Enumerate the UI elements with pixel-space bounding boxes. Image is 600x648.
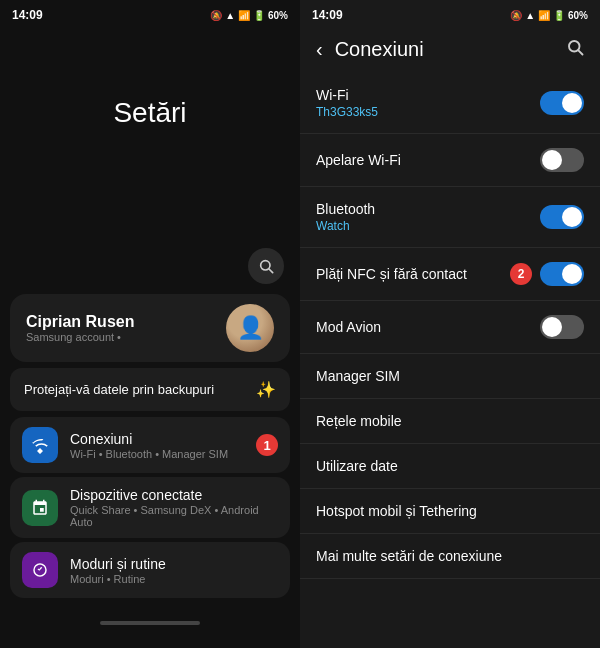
nfc-badge: 2 [510,263,532,285]
menu-item-conexiuni[interactable]: Conexiuni Wi-Fi • Bluetooth • Manager SI… [10,417,290,473]
nfc-toggle[interactable] [540,262,584,286]
moduri-title: Moduri și rutine [70,556,278,572]
bluetooth-toggle[interactable] [540,205,584,229]
right-wifi-icon: ▲ [525,10,535,21]
search-button[interactable] [248,248,284,284]
right-header: ‹ Conexiuni [300,28,600,73]
right-panel-title: Conexiuni [335,38,554,61]
moduri-text: Moduri și rutine Moduri • Rutine [70,556,278,585]
setting-maiselte-left: Mai multe setări de conexiune [316,548,584,564]
left-status-icons: 🔕 ▲ 📶 🔋 60% [210,10,288,21]
setting-bluetooth-right [540,205,584,229]
setting-bluetooth[interactable]: Bluetooth Watch [300,187,600,248]
setting-retele-label: Rețele mobile [316,413,584,429]
setting-managersim[interactable]: Manager SIM [300,354,600,399]
sparkle-icon: ✨ [256,380,276,399]
setting-maismulte[interactable]: Mai multe setări de conexiune [300,534,600,579]
setting-utilizare-left: Utilizare date [316,458,584,474]
conexiuni-title: Conexiuni [70,431,244,447]
setting-retele-left: Rețele mobile [316,413,584,429]
bluetooth-toggle-knob [562,207,582,227]
moduri-sub: Moduri • Rutine [70,573,278,585]
conexiuni-badge: 1 [256,434,278,456]
backup-label: Protejați-vă datele prin backupuri [24,382,214,397]
wifi-toggle[interactable] [540,91,584,115]
setting-utilizare-label: Utilizare date [316,458,584,474]
profile-sub: Samsung account • [26,331,226,343]
right-notification-icon: 🔕 [510,10,522,21]
profile-info: Ciprian Rusen Samsung account • [26,313,226,343]
setting-bluetooth-label: Bluetooth [316,201,540,217]
dispozitive-sub: Quick Share • Samsung DeX • Android Auto [70,504,278,528]
conexiuni-icon [22,427,58,463]
dispozitive-icon [22,490,58,526]
right-status-icons: 🔕 ▲ 📶 🔋 60% [510,10,588,21]
setting-wifi[interactable]: Wi-Fi Th3G33ks5 [300,73,600,134]
search-row [0,248,300,294]
nfc-toggle-knob [562,264,582,284]
setting-managersim-label: Manager SIM [316,368,584,384]
setting-avion-right [540,315,584,339]
left-time: 14:09 [12,8,43,22]
home-bar [100,621,200,625]
right-panel: 14:09 🔕 ▲ 📶 🔋 60% ‹ Conexiuni Wi-Fi Th3G… [300,0,600,648]
menu-list: Conexiuni Wi-Fi • Bluetooth • Manager SI… [0,417,300,598]
setting-wifi-label: Wi-Fi [316,87,540,103]
right-time: 14:09 [312,8,343,22]
setting-wifi-right [540,91,584,115]
setting-hotspot-label: Hotspot mobil și Tethering [316,503,584,519]
dispozitive-title: Dispozitive conectate [70,487,278,503]
setting-wifi-sublabel: Th3G33ks5 [316,105,540,119]
setting-nfc-right: 2 [510,262,584,286]
setting-avion-label: Mod Avion [316,319,540,335]
svg-line-3 [578,50,582,54]
right-status-bar: 14:09 🔕 ▲ 📶 🔋 60% [300,0,600,28]
setting-bluetooth-left: Bluetooth Watch [316,201,540,233]
setting-nfc[interactable]: Plăți NFC și fără contact 2 [300,248,600,301]
avion-toggle[interactable] [540,315,584,339]
setting-retele[interactable]: Rețele mobile [300,399,600,444]
setting-apelwifi-label: Apelare Wi-Fi [316,152,540,168]
backup-banner[interactable]: Protejați-vă datele prin backupuri ✨ [10,368,290,411]
menu-item-moduri[interactable]: Moduri și rutine Moduri • Rutine [10,542,290,598]
conexiuni-text: Conexiuni Wi-Fi • Bluetooth • Manager SI… [70,431,244,460]
setting-avion[interactable]: Mod Avion [300,301,600,354]
apelwifi-toggle-knob [542,150,562,170]
setting-utilizare[interactable]: Utilizare date [300,444,600,489]
right-signal-icon: 📶 [538,10,550,21]
battery-icon: 🔋 60% [253,10,288,21]
profile-section[interactable]: Ciprian Rusen Samsung account • 👤 [10,294,290,362]
settings-list: Wi-Fi Th3G33ks5 Apelare Wi-Fi [300,73,600,648]
right-battery-icon: 🔋 60% [553,10,588,21]
setting-apelwifi-left: Apelare Wi-Fi [316,152,540,168]
avatar: 👤 [226,304,274,352]
left-status-bar: 14:09 🔕 ▲ 📶 🔋 60% [0,0,300,28]
setting-hotspot[interactable]: Hotspot mobil și Tethering [300,489,600,534]
left-panel: 14:09 🔕 ▲ 📶 🔋 60% Setări Ciprian Rusen S… [0,0,300,648]
setting-nfc-left: Plăți NFC și fără contact [316,266,510,282]
setting-apelwifi[interactable]: Apelare Wi-Fi [300,134,600,187]
notification-icon: 🔕 [210,10,222,21]
conexiuni-sub: Wi-Fi • Bluetooth • Manager SIM [70,448,244,460]
apelwifi-toggle[interactable] [540,148,584,172]
setting-avion-left: Mod Avion [316,319,540,335]
moduri-icon [22,552,58,588]
right-search-button[interactable] [562,34,588,65]
setting-managersim-left: Manager SIM [316,368,584,384]
menu-item-dispozitive[interactable]: Dispozitive conectate Quick Share • Sams… [10,477,290,538]
profile-name: Ciprian Rusen [26,313,226,331]
setting-nfc-label: Plăți NFC și fără contact [316,266,510,282]
settings-main-title: Setări [113,97,186,129]
svg-line-1 [269,269,273,273]
wifi-status-icon: ▲ [225,10,235,21]
wifi-toggle-knob [562,93,582,113]
setting-bluetooth-sublabel: Watch [316,219,540,233]
signal-icon: 📶 [238,10,250,21]
left-title-area: Setări [0,28,300,248]
setting-hotspot-left: Hotspot mobil și Tethering [316,503,584,519]
dispozitive-text: Dispozitive conectate Quick Share • Sams… [70,487,278,528]
back-button[interactable]: ‹ [312,34,327,65]
setting-maiselte-label: Mai multe setări de conexiune [316,548,584,564]
avion-toggle-knob [542,317,562,337]
left-bottom-nav [0,598,300,648]
